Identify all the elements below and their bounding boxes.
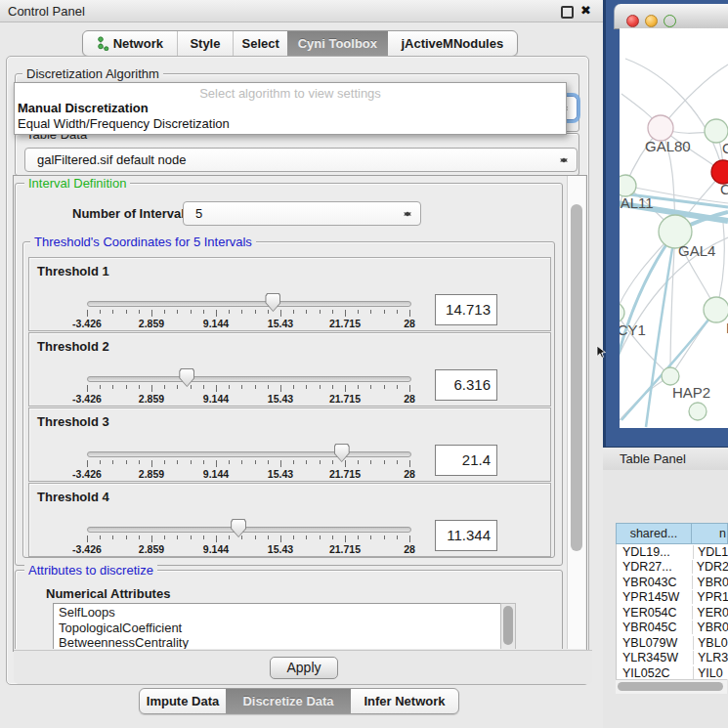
table-horizontal-scrollbar-thumb[interactable] xyxy=(618,682,723,691)
table-row[interactable]: YBL079WYBL0 xyxy=(617,635,728,651)
slider-tick xyxy=(229,385,230,389)
slider-tick xyxy=(370,460,371,464)
threshold-slider-track[interactable] xyxy=(87,376,411,382)
network-canvas[interactable]: GAL80GCGAL11GAL4GCY1HHAP2 xyxy=(620,28,728,428)
minimize-traffic-light-icon[interactable] xyxy=(645,15,658,27)
attributes-group-title: Attributes to discretize xyxy=(24,563,157,578)
table-row[interactable]: YER054CYER0 xyxy=(617,605,728,621)
table-row[interactable]: YPR145WYPR1 xyxy=(617,590,728,606)
threshold-slider-track[interactable] xyxy=(87,451,411,457)
slider-tick xyxy=(384,535,385,539)
tab-network[interactable]: Network xyxy=(83,31,177,56)
threshold-label: Threshold 1 xyxy=(37,264,109,278)
network-node-h[interactable] xyxy=(704,297,728,322)
threshold-value-field[interactable]: 11.344 xyxy=(435,520,497,551)
threshold-value-field[interactable]: 14.713 xyxy=(435,294,497,325)
table-row[interactable]: YDL19...YDL1 xyxy=(617,544,728,560)
table-row[interactable]: YBR045CYBR0 xyxy=(617,621,728,636)
network-node-gcy1[interactable] xyxy=(620,303,624,322)
tab-cyni-toolbox[interactable]: Cyni Toolbox xyxy=(287,31,388,56)
slider-tick xyxy=(203,535,204,539)
slider-tick-label: 28 xyxy=(388,468,431,480)
slider-tick xyxy=(370,385,371,389)
tab-select[interactable]: Select xyxy=(233,31,287,56)
network-node-label: GAL4 xyxy=(678,242,715,259)
slider-tick xyxy=(409,310,410,317)
tab-infer-network[interactable]: Infer Network xyxy=(351,689,458,713)
slider-tick xyxy=(139,460,140,464)
attribute-item-betweennesscentrality[interactable]: BetweennessCentrality xyxy=(54,634,515,649)
slider-tick xyxy=(229,535,230,539)
attributes-list-scrollbar[interactable] xyxy=(500,603,516,649)
slider-tick xyxy=(216,460,217,467)
table-horizontal-scrollbar[interactable] xyxy=(616,679,727,694)
table-row[interactable]: YBR043CYBR0 xyxy=(617,575,728,590)
slider-tick xyxy=(203,310,204,314)
slider-tick xyxy=(164,310,165,314)
table-panel-area: ⚙ ✓ ✓ shared... n YDL19...YDL1YDR27...YD… xyxy=(603,470,728,728)
threshold-slider-thumb[interactable] xyxy=(231,519,246,537)
table-column-header-name[interactable]: n xyxy=(692,523,728,544)
attribute-item-topologicalcoefficient[interactable]: TopologicalCoefficient xyxy=(54,620,515,635)
tab-impute-data[interactable]: Impute Data xyxy=(140,689,226,713)
panel-title: Control Panel xyxy=(8,4,85,19)
network-node-gal11[interactable] xyxy=(620,175,636,196)
network-node[interactable] xyxy=(689,403,707,420)
tab-label: Impute Data xyxy=(147,689,219,713)
slider-tick xyxy=(332,460,333,464)
slider-tick xyxy=(409,460,410,467)
number-of-intervals-label: Number of Intervals xyxy=(72,206,192,221)
table-panel-title: Table Panel xyxy=(620,451,686,466)
network-node-label: HAP2 xyxy=(672,384,710,401)
dropdown-option-manual-discretization[interactable]: Manual Discretization xyxy=(18,101,149,115)
zoom-traffic-light-icon[interactable] xyxy=(664,15,676,27)
network-node-hap2[interactable] xyxy=(662,367,679,385)
slider-tick-label: 15.43 xyxy=(259,318,302,329)
threshold-slider-thumb[interactable] xyxy=(334,444,350,462)
slider-tick-label: 28 xyxy=(388,543,431,555)
apply-bar: Apply xyxy=(14,650,592,684)
application-window: Control Panel ✖ NetworkStyleSelectCyni T… xyxy=(0,0,728,728)
cyni-toolbox-panel: Discretization Algorithm Table Data galF… xyxy=(6,56,589,685)
slider-tick xyxy=(191,310,192,314)
threshold-value-field[interactable]: 6.316 xyxy=(435,369,497,401)
settings-viewport: Interval Definition Number of Intervals … xyxy=(14,176,567,649)
close-traffic-light-icon[interactable] xyxy=(626,15,639,27)
apply-button[interactable]: Apply xyxy=(270,657,338,679)
dropdown-option-equal-width-frequency[interactable]: Equal Width/Frequency Discretization xyxy=(18,116,230,131)
table-cell-name: YIL0 xyxy=(694,666,723,679)
slider-tick xyxy=(112,460,113,464)
slider-tick-label: 15.43 xyxy=(259,468,302,480)
tab-style[interactable]: Style xyxy=(177,31,234,56)
close-icon[interactable]: ✖ xyxy=(580,3,591,18)
threshold-value-field[interactable]: 21.4 xyxy=(435,445,497,476)
slider-tick xyxy=(280,460,281,467)
settings-scrollbar[interactable] xyxy=(567,176,585,649)
slider-tick xyxy=(164,535,165,539)
slider-tick xyxy=(370,310,371,314)
settings-scrollbar-thumb[interactable] xyxy=(571,204,582,551)
network-window-titlebar[interactable] xyxy=(614,4,728,29)
threshold-slider-track[interactable] xyxy=(87,527,411,533)
threshold-slider-thumb[interactable] xyxy=(179,368,194,387)
tab-jactivemnodules[interactable]: jActiveMNodules xyxy=(388,31,517,56)
attribute-item-selfloops[interactable]: SelfLoops xyxy=(54,604,515,620)
slider-tick xyxy=(345,460,346,467)
number-of-intervals-combo[interactable]: 5 xyxy=(183,201,421,226)
table-row[interactable]: YIL052CYIL0 xyxy=(617,665,728,679)
table-row[interactable]: YDR27...YDR2 xyxy=(617,560,728,576)
tab-discretize-data[interactable]: Discretize Data xyxy=(226,689,351,713)
table-row[interactable]: YLR345WYLR3 xyxy=(617,651,728,666)
slider-tick-label: -3.426 xyxy=(65,393,108,405)
slider-tick xyxy=(139,310,140,314)
threshold-label: Threshold 2 xyxy=(37,339,109,354)
threshold-slider-track[interactable] xyxy=(87,301,411,307)
slider-tick xyxy=(229,460,230,464)
table-column-header-shared[interactable]: shared... xyxy=(616,523,692,544)
slider-tick xyxy=(216,385,217,392)
slider-tick xyxy=(397,310,398,314)
table-data-combo[interactable]: galFiltered.sif default node xyxy=(24,148,578,172)
attributes-list-scrollbar-thumb[interactable] xyxy=(503,606,513,645)
slider-tick xyxy=(384,310,385,314)
float-window-icon[interactable] xyxy=(561,6,574,19)
